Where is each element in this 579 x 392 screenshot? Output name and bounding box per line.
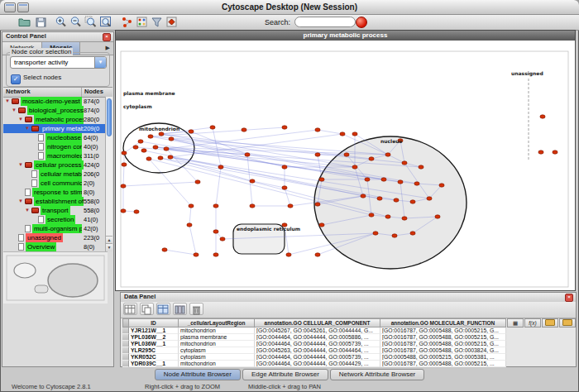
formula-builder-button[interactable]: f(x) [524, 318, 541, 327]
network-view-title[interactable]: primary metabolic process [116, 31, 575, 41]
node[interactable] [288, 204, 293, 208]
tree-item[interactable]: ▼mosaic-demo-yeast874(0 [3, 97, 108, 106]
node[interactable] [315, 253, 320, 256]
node[interactable] [439, 184, 444, 187]
node[interactable] [220, 237, 225, 241]
network-canvas[interactable]: plasma membranecytoplasmmitochondrionnuc… [116, 41, 575, 290]
node[interactable] [141, 149, 146, 152]
grid-mode-button[interactable]: ▦ [507, 318, 524, 327]
zoom-in-icon[interactable] [55, 16, 68, 29]
node[interactable] [158, 156, 163, 160]
expand-arrow-icon[interactable]: ▼ [18, 160, 25, 170]
title-bar[interactable]: Cytoscape Desktop (New Session) [0, 0, 579, 15]
node[interactable] [148, 135, 153, 138]
copy-icon[interactable] [140, 303, 154, 315]
node[interactable] [369, 213, 374, 217]
node[interactable] [189, 130, 194, 133]
node[interactable] [427, 197, 432, 200]
node[interactable] [394, 198, 399, 202]
expand-arrow-icon[interactable]: ▼ [18, 115, 25, 124]
node[interactable] [340, 132, 345, 136]
node[interactable] [121, 209, 126, 213]
node[interactable] [385, 215, 390, 218]
tree-item[interactable]: Overview8(0) [3, 242, 108, 251]
delete-attribute-icon[interactable] [189, 303, 203, 315]
node[interactable] [122, 163, 127, 166]
expand-arrow-icon[interactable]: ▼ [18, 197, 25, 206]
tree-item[interactable]: ▼biological_process874(0 [3, 106, 108, 115]
node[interactable] [282, 126, 287, 129]
node[interactable] [538, 151, 543, 154]
node[interactable] [138, 140, 143, 143]
node[interactable] [315, 203, 320, 206]
node[interactable] [352, 165, 357, 169]
node[interactable] [385, 153, 390, 156]
open-session-icon[interactable] [18, 16, 31, 29]
table-row[interactable]: YPL036W__2plasma membrane[GO:0044464, GO… [122, 334, 506, 341]
node[interactable] [195, 180, 200, 184]
node[interactable] [377, 197, 382, 200]
node[interactable] [282, 186, 287, 189]
scrollbar-thumb[interactable] [107, 98, 112, 136]
close-icon[interactable]: × [565, 294, 573, 302]
filter-icon[interactable] [151, 16, 164, 29]
node[interactable] [410, 200, 415, 203]
expand-arrow-icon[interactable]: ▼ [25, 206, 31, 215]
tree-scrollbar[interactable]: ▲ ▼ [105, 97, 112, 251]
import-attributes-button[interactable] [542, 318, 558, 327]
new-attribute-icon[interactable] [173, 303, 187, 315]
tree-item[interactable]: unassigned223(0 [3, 233, 108, 242]
node[interactable] [402, 217, 407, 220]
node[interactable] [133, 146, 138, 149]
node[interactable] [319, 178, 324, 181]
tree-item[interactable]: macromolecule...311(0 [3, 151, 108, 160]
scroll-down-icon[interactable]: ▼ [106, 243, 112, 251]
node[interactable] [250, 204, 255, 208]
node[interactable] [122, 151, 127, 155]
node[interactable] [187, 223, 192, 227]
node[interactable] [419, 165, 423, 169]
node[interactable] [153, 146, 158, 149]
node-color-dropdown[interactable]: transporter activity ▼ [10, 56, 107, 69]
zoom-out-icon[interactable] [69, 16, 83, 29]
node[interactable] [369, 157, 374, 160]
zoom-selected-icon[interactable] [84, 16, 98, 29]
select-attributes-icon[interactable] [123, 303, 137, 315]
tree-item[interactable]: ▼metabolic process280(0 [3, 115, 108, 124]
column-header[interactable]: annotation.GO MOLECULAR_FUNCTION [380, 318, 506, 327]
tree-item[interactable]: ▼establishment of lo...558(0 [3, 197, 108, 206]
node[interactable] [540, 115, 545, 118]
node[interactable] [194, 253, 199, 256]
node[interactable] [398, 180, 403, 184]
node[interactable] [381, 178, 386, 181]
tab-edge-attribute-browser[interactable]: Edge Attribute Browser [242, 369, 328, 380]
plugin-icon[interactable] [165, 16, 179, 29]
node[interactable] [250, 179, 255, 183]
node[interactable] [245, 153, 250, 156]
zoom-fit-icon[interactable] [99, 16, 112, 29]
select-all-icon[interactable] [156, 303, 170, 315]
node[interactable] [315, 128, 320, 131]
node[interactable] [168, 155, 173, 159]
tree-item[interactable]: response to stimul...8(0) [3, 188, 108, 197]
expand-arrow-icon[interactable]: ▼ [12, 106, 18, 115]
node[interactable] [365, 178, 370, 181]
search-options-icon[interactable] [356, 17, 367, 28]
column-header[interactable]: ID [129, 318, 179, 327]
table-row[interactable]: YDR039C__1mitochondrion[GO:0044464, GO:0… [122, 361, 506, 367]
tree-item[interactable]: nitrogen compo...40(0) [3, 142, 108, 151]
search-input[interactable] [294, 17, 356, 27]
node[interactable] [352, 132, 357, 136]
table-row[interactable]: YPL036W__1mitochondrion[GO:0044464, GO:0… [122, 341, 506, 347]
chevron-down-icon[interactable]: ▼ [94, 57, 106, 68]
node[interactable] [162, 248, 167, 251]
table-row[interactable]: YLR295Ccytoplasm[GO:0045263, GO:0044444,… [122, 347, 506, 354]
node[interactable] [134, 210, 139, 213]
table-row[interactable]: YKR052Ccytoplasm[GO:0044464, GO:0044444,… [122, 354, 506, 361]
node[interactable] [392, 234, 397, 237]
tree-header-network[interactable]: Network [3, 88, 82, 97]
node[interactable] [361, 194, 366, 198]
node[interactable] [146, 157, 151, 160]
tree-item[interactable]: ▼transport558(0 [3, 206, 108, 215]
table-row[interactable]: YJR121W__1mitochondrion[GO:0045267, GO:0… [122, 327, 506, 334]
